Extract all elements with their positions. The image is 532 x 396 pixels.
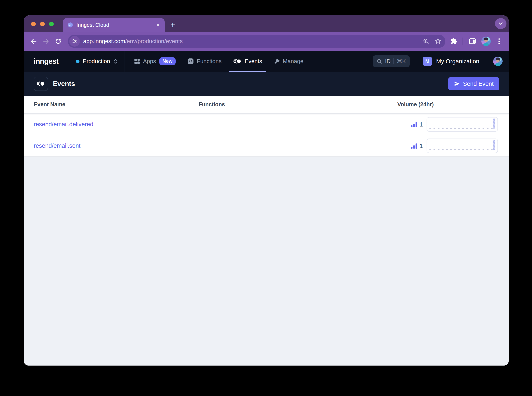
- browser-menu-icon[interactable]: [496, 38, 502, 45]
- sparkline-baseline: [429, 128, 495, 129]
- events-icon: [37, 81, 45, 87]
- column-header-functions: Functions: [199, 101, 397, 108]
- page-header: Events Send Event: [24, 72, 509, 96]
- side-panel-icon[interactable]: [469, 38, 476, 45]
- organization-switcher[interactable]: M My Organization: [415, 51, 487, 72]
- zoom-icon[interactable]: [423, 38, 429, 45]
- send-icon: [454, 81, 460, 87]
- chevron-updown-icon: [113, 59, 118, 64]
- browser-toolbar: app.inngest.com/env/production/events: [24, 32, 509, 51]
- nav-item-label: Manage: [283, 58, 303, 64]
- nav-item-events[interactable]: Events: [233, 51, 262, 72]
- chevron-down-icon: [498, 21, 503, 26]
- zoom-window-button[interactable]: [49, 22, 54, 26]
- browser-profile-avatar[interactable]: [481, 37, 491, 46]
- url-host: app.inngest.com: [83, 38, 125, 44]
- events-icon: [233, 59, 242, 64]
- volume-count: 1: [419, 121, 423, 128]
- inngest-logo[interactable]: inngest: [24, 51, 68, 72]
- search-label: ID: [385, 58, 391, 64]
- nav-item-label: Apps: [143, 58, 156, 64]
- extensions-icon[interactable]: [450, 38, 457, 45]
- apps-grid-icon: [134, 58, 140, 64]
- volume-bars-icon: [411, 122, 417, 127]
- search-command-button[interactable]: ID ⌘K: [373, 55, 410, 67]
- main-menu: Apps New Functions Events Manage: [134, 51, 303, 72]
- events-table-header: Event Name Functions Volume (24hr): [24, 96, 509, 114]
- volume-sparkline-chart: [427, 139, 498, 153]
- new-badge: New: [159, 57, 176, 65]
- bookmark-star-icon[interactable]: [434, 38, 441, 45]
- tab-search-button[interactable]: [495, 18, 506, 29]
- env-status-dot: [76, 60, 80, 63]
- manage-wrench-icon: [274, 58, 280, 64]
- minimize-window-button[interactable]: [40, 22, 45, 26]
- sparkline-baseline: [429, 149, 495, 150]
- search-divider: [393, 58, 394, 64]
- toolbar-divider: [463, 37, 463, 45]
- page-title: Events: [53, 80, 75, 88]
- url-bar[interactable]: app.inngest.com/env/production/events: [68, 35, 445, 48]
- browser-window: Inngest Cloud × + app.inngest.com/env/pr…: [24, 15, 509, 366]
- env-label: Production: [83, 58, 110, 64]
- volume-count: 1: [419, 142, 423, 149]
- user-avatar[interactable]: [493, 57, 503, 66]
- column-header-volume: Volume (24hr): [397, 101, 509, 108]
- sparkline-bar: [493, 118, 495, 129]
- url-text[interactable]: app.inngest.com/env/production/events: [83, 38, 419, 45]
- inngest-favicon-icon: [67, 22, 73, 28]
- functions-code-icon: [188, 58, 194, 64]
- url-path: /env/production/events: [125, 38, 183, 44]
- nav-item-apps[interactable]: Apps New: [134, 51, 176, 72]
- table-row[interactable]: resend/email.delivered 1: [24, 114, 509, 135]
- browser-tab[interactable]: Inngest Cloud ×: [63, 18, 165, 32]
- close-tab-icon[interactable]: ×: [155, 22, 161, 28]
- back-button[interactable]: [29, 37, 38, 46]
- tab-title: Inngest Cloud: [76, 22, 152, 28]
- environment-switcher[interactable]: Production: [68, 51, 124, 72]
- inngest-wordmark: inngest: [34, 57, 58, 66]
- close-window-button[interactable]: [31, 22, 36, 26]
- search-icon: [376, 58, 382, 64]
- site-settings-icon[interactable]: [69, 36, 80, 47]
- nav-item-manage[interactable]: Manage: [274, 51, 303, 72]
- event-name-link[interactable]: resend/email.sent: [34, 142, 199, 149]
- volume-cell: 1: [397, 139, 509, 153]
- table-row[interactable]: resend/email.sent 1: [24, 135, 509, 157]
- forward-button[interactable]: [41, 37, 51, 46]
- org-initial-badge: M: [423, 57, 432, 66]
- event-name-link[interactable]: resend/email.delivered: [34, 121, 199, 128]
- content-background: [24, 157, 509, 366]
- volume-bars-icon: [411, 143, 417, 149]
- nav-item-label: Functions: [197, 58, 221, 64]
- browser-tab-strip: Inngest Cloud × +: [24, 15, 509, 32]
- page-icon-box: [34, 77, 48, 91]
- reload-button[interactable]: [53, 37, 63, 46]
- nav-item-functions[interactable]: Functions: [188, 51, 221, 72]
- column-header-event-name: Event Name: [34, 101, 199, 108]
- org-name: My Organization: [436, 58, 479, 65]
- send-event-button[interactable]: Send Event: [448, 77, 499, 90]
- new-tab-button[interactable]: +: [170, 21, 175, 29]
- sparkline-bar: [493, 140, 495, 150]
- window-controls: [31, 22, 54, 26]
- volume-cell: 1: [397, 117, 509, 132]
- volume-sparkline-chart: [427, 117, 498, 132]
- user-menu[interactable]: [487, 51, 509, 72]
- app-navbar: inngest Production Apps New Functions Ev…: [24, 51, 509, 72]
- nav-item-label: Events: [244, 58, 262, 64]
- send-event-label: Send Event: [463, 81, 494, 87]
- search-shortcut: ⌘K: [397, 58, 406, 64]
